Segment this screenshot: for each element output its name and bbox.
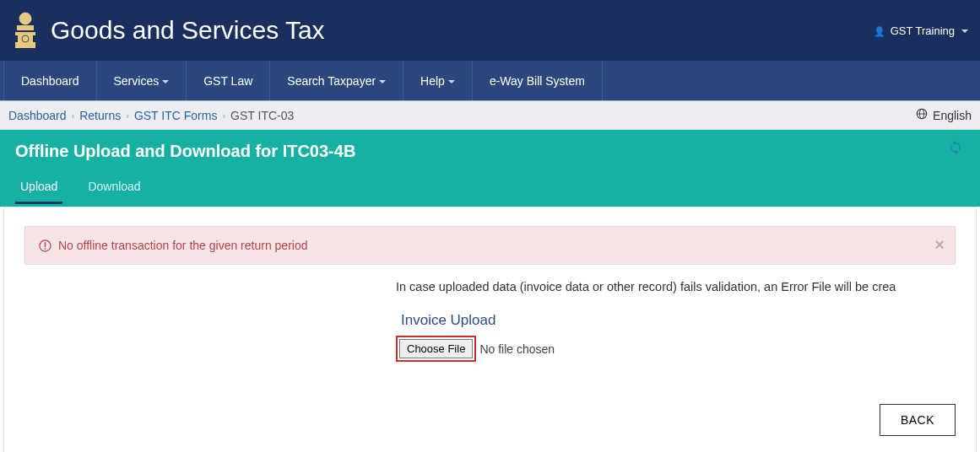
file-input-row: Choose File No file chosen — [396, 336, 956, 362]
nav-dashboard[interactable]: Dashboard — [3, 61, 97, 100]
main-nav: Dashboard Services GST Law Search Taxpay… — [0, 61, 980, 101]
nav-help[interactable]: Help — [403, 61, 473, 100]
upload-heading: Invoice Upload — [401, 312, 956, 329]
breadcrumb: Dashboard › Returns › GST ITC Forms › GS… — [0, 101, 980, 130]
nav-eway[interactable]: e-Way Bill System — [473, 61, 603, 100]
chevron-down-icon — [445, 74, 455, 88]
svg-point-0 — [19, 13, 31, 24]
chevron-right-icon: › — [72, 110, 75, 121]
chevron-right-icon: › — [222, 110, 225, 121]
svg-rect-8 — [45, 242, 46, 247]
alert-message: No offline transaction for the given ret… — [58, 239, 307, 252]
panel-header: Offline Upload and Download for ITC03-4B… — [0, 130, 980, 207]
choose-file-highlight: Choose File — [396, 336, 476, 362]
panel-title: Offline Upload and Download for ITC03-4B — [15, 142, 965, 161]
user-icon — [874, 24, 887, 37]
chevron-right-icon: › — [126, 110, 129, 121]
svg-point-9 — [45, 247, 46, 249]
file-status: No file chosen — [479, 342, 555, 356]
close-icon[interactable]: × — [934, 235, 945, 255]
svg-rect-3 — [15, 46, 35, 48]
site-title: Goods and Services Tax — [51, 16, 874, 45]
tabs: Upload Download — [15, 173, 965, 204]
content-area: No offline transaction for the given ret… — [3, 207, 977, 452]
info-icon — [39, 239, 51, 252]
tab-upload[interactable]: Upload — [15, 173, 62, 204]
actions-row: BACK — [24, 404, 956, 436]
language-label: English — [933, 109, 972, 122]
chevron-down-icon — [376, 74, 386, 88]
globe-icon — [916, 108, 928, 122]
alert-warning: No offline transaction for the given ret… — [24, 226, 956, 265]
top-header: Goods and Services Tax GST Training — [0, 0, 980, 61]
chevron-down-icon — [159, 74, 169, 88]
nav-gst-law[interactable]: GST Law — [187, 61, 270, 100]
crumb-returns[interactable]: Returns — [79, 109, 121, 122]
crumb-current: GST ITC-03 — [230, 109, 294, 122]
nav-services[interactable]: Services — [97, 61, 187, 100]
tab-download[interactable]: Download — [83, 173, 145, 204]
back-button[interactable]: BACK — [880, 404, 956, 436]
info-text: In case uploaded data (invoice data or o… — [24, 280, 956, 293]
refresh-button[interactable] — [948, 140, 963, 159]
nav-search-taxpayer[interactable]: Search Taxpayer — [270, 61, 403, 100]
language-switch[interactable]: English — [916, 108, 972, 122]
choose-file-button[interactable]: Choose File — [399, 339, 473, 358]
svg-rect-1 — [17, 25, 34, 30]
user-menu[interactable]: GST Training — [874, 24, 968, 37]
chevron-down-icon — [958, 24, 968, 37]
emblem-icon — [12, 10, 39, 51]
crumb-dashboard[interactable]: Dashboard — [8, 109, 67, 122]
user-label: GST Training — [891, 24, 955, 37]
crumb-itc-forms[interactable]: GST ITC Forms — [134, 109, 218, 122]
upload-block: Invoice Upload Choose File No file chose… — [24, 312, 956, 362]
